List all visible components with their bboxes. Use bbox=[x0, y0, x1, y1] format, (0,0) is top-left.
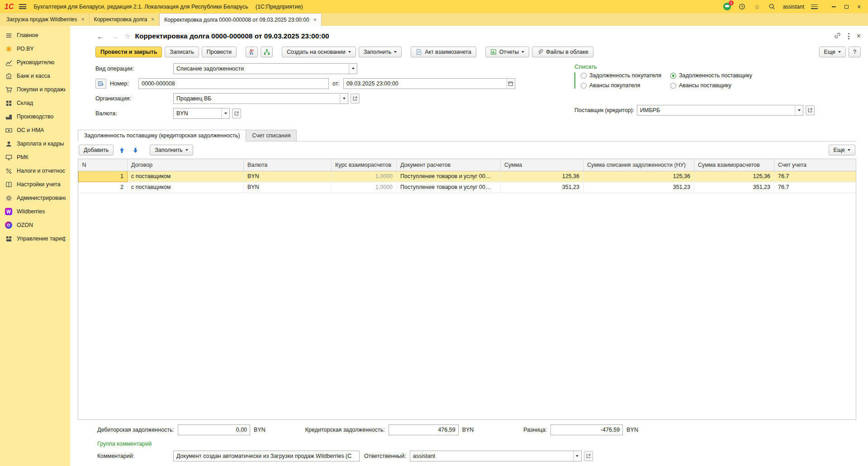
sidebar-item-salary-hr[interactable]: Зарплата и кадры bbox=[0, 137, 70, 151]
show-postings-button[interactable]: ДтКт bbox=[246, 47, 258, 57]
dropdown-button[interactable] bbox=[795, 105, 803, 115]
sidebar-item-accounting-settings[interactable]: Настройки учета bbox=[0, 178, 70, 191]
col-amount-mutual[interactable]: Сумма взаиморасчетов bbox=[694, 159, 774, 171]
col-account[interactable]: Счет учета bbox=[774, 159, 857, 171]
save-button[interactable]: Записать bbox=[165, 47, 199, 57]
responsible-input[interactable] bbox=[410, 451, 573, 461]
cell-currency[interactable]: BYN bbox=[244, 182, 332, 193]
sidebar-item-ozon[interactable]: OOZON bbox=[0, 218, 70, 232]
fill-button[interactable]: Заполнить bbox=[359, 47, 402, 57]
col-n[interactable]: N bbox=[79, 159, 128, 171]
cell-n[interactable]: 1 bbox=[79, 171, 128, 182]
col-amount[interactable]: Сумма bbox=[501, 159, 583, 171]
edit-number-button[interactable] bbox=[95, 79, 106, 89]
open-currency-button[interactable] bbox=[232, 108, 241, 118]
post-button[interactable]: Провести bbox=[202, 47, 237, 57]
move-row-up-button[interactable] bbox=[116, 145, 127, 155]
cell-contract[interactable]: с поставщиком bbox=[128, 182, 244, 193]
tab-supplier-debt[interactable]: Задолженность поставщику (кредиторская з… bbox=[78, 130, 246, 141]
tab-debt-adjustment-document[interactable]: Корректировка долга 0000-000008 от 09.03… bbox=[159, 13, 321, 26]
sidebar-item-warehouse[interactable]: Склад bbox=[0, 96, 70, 110]
organization-input[interactable] bbox=[174, 94, 340, 104]
col-rate[interactable]: Курс взаиморасчетов bbox=[332, 159, 397, 171]
supplier-select[interactable] bbox=[637, 105, 803, 116]
table-row[interactable]: 1 с поставщиком BYN 1,0000 Поступление т… bbox=[79, 171, 857, 182]
cell-n[interactable]: 2 bbox=[79, 182, 128, 193]
tab-writeoff-account[interactable]: Счет списания bbox=[246, 130, 297, 141]
current-user[interactable]: assistant bbox=[783, 4, 804, 10]
sidebar-item-bank-cash[interactable]: Банк и касса bbox=[0, 69, 70, 83]
back-icon[interactable]: ← bbox=[95, 33, 105, 40]
create-based-on-button[interactable]: Создать на основании bbox=[282, 47, 356, 57]
user-menu-icon[interactable] bbox=[811, 5, 818, 9]
cell-account[interactable]: 76.7 bbox=[774, 171, 857, 182]
responsible-select[interactable] bbox=[410, 451, 582, 461]
dropdown-button[interactable] bbox=[340, 94, 348, 104]
number-input[interactable] bbox=[138, 78, 329, 89]
table-row[interactable]: 2 с поставщиком BYN 1,0000 Поступление т… bbox=[79, 182, 857, 193]
sidebar-item-taxes-reports[interactable]: Налоги и отчетность bbox=[0, 164, 70, 178]
open-responsible-button[interactable] bbox=[584, 451, 593, 461]
discussions-icon[interactable]: 1 bbox=[723, 3, 731, 11]
cell-amount[interactable]: 125,36 bbox=[501, 171, 583, 182]
open-organization-button[interactable] bbox=[351, 94, 360, 104]
maximize-button[interactable] bbox=[840, 1, 853, 12]
post-and-close-button[interactable]: Провести и закрыть bbox=[95, 47, 162, 57]
sidebar-item-po-by[interactable]: РО.BY bbox=[0, 42, 70, 56]
reports-button[interactable]: Отчеты bbox=[485, 47, 529, 57]
payable-input[interactable] bbox=[389, 424, 459, 435]
cell-amount-nu[interactable]: 125,36 bbox=[583, 171, 694, 182]
cell-currency[interactable]: BYN bbox=[244, 171, 332, 182]
window-close-button[interactable]: × bbox=[853, 1, 865, 12]
cell-doc[interactable]: Поступление товаров и услуг 00… bbox=[397, 171, 501, 182]
dropdown-button[interactable] bbox=[573, 451, 581, 461]
cell-doc[interactable]: Поступление товаров и услуг 00… bbox=[397, 182, 501, 193]
tab-close-icon[interactable]: × bbox=[151, 16, 154, 23]
tab-close-icon[interactable]: × bbox=[313, 17, 317, 23]
tab-debt-adjustment-list[interactable]: Корректировка долга × bbox=[90, 13, 160, 26]
favorites-star-icon[interactable]: ☆ bbox=[753, 3, 761, 11]
cloud-files-button[interactable]: Файлы в облаке bbox=[532, 47, 593, 57]
difference-input[interactable] bbox=[550, 424, 623, 435]
grid-fill-button[interactable]: Заполнить bbox=[150, 145, 193, 155]
sidebar-item-main[interactable]: Главное bbox=[0, 28, 70, 42]
currency-select[interactable] bbox=[173, 108, 230, 119]
cell-account[interactable]: 76.7 bbox=[774, 182, 857, 193]
grid-more-button[interactable]: Еще bbox=[829, 145, 855, 155]
help-button[interactable]: ? bbox=[849, 47, 861, 57]
sidebar-item-wildberries[interactable]: WWildberries bbox=[0, 205, 70, 218]
cell-rate[interactable]: 1,0000 bbox=[332, 171, 397, 182]
date-input[interactable] bbox=[344, 79, 507, 89]
more-button[interactable]: Еще bbox=[819, 47, 846, 57]
radio-customer-advances[interactable]: Авансы покупателя bbox=[581, 82, 670, 89]
open-supplier-button[interactable] bbox=[806, 105, 815, 115]
supplier-input[interactable] bbox=[637, 105, 795, 115]
col-amount-nu[interactable]: Сумма списания задолженности (НУ) bbox=[583, 159, 694, 171]
document-structure-button[interactable] bbox=[261, 47, 273, 57]
cell-amount-nu[interactable]: 351,23 bbox=[583, 182, 694, 193]
sidebar-item-production[interactable]: Производство bbox=[0, 110, 70, 123]
sidebar-item-tariff-management[interactable]: Управление тарифом bbox=[0, 232, 70, 245]
tab-wildberries-upload[interactable]: Загрузка продаж Wildberries × bbox=[2, 13, 90, 26]
kebab-menu-icon[interactable] bbox=[848, 33, 849, 39]
form-close-icon[interactable]: × bbox=[857, 33, 861, 40]
date-field[interactable] bbox=[343, 78, 515, 89]
cell-contract[interactable]: с поставщиком bbox=[128, 171, 244, 182]
tab-close-icon[interactable]: × bbox=[81, 16, 85, 23]
main-menu-icon[interactable] bbox=[19, 4, 26, 9]
col-currency[interactable]: Валюта bbox=[244, 159, 332, 171]
calendar-icon[interactable] bbox=[507, 79, 515, 89]
cell-amount[interactable]: 351,23 bbox=[501, 182, 583, 193]
search-icon[interactable] bbox=[768, 3, 776, 11]
receivable-input[interactable] bbox=[178, 424, 250, 435]
add-row-button[interactable]: Добавить bbox=[79, 145, 114, 155]
col-doc[interactable]: Документ расчетов bbox=[397, 159, 501, 171]
comment-input[interactable] bbox=[173, 451, 360, 461]
radio-supplier-debt[interactable]: Задолженность поставщику bbox=[670, 72, 752, 79]
comment-group-link[interactable]: Группа комментарий bbox=[70, 437, 868, 448]
dropdown-button[interactable] bbox=[221, 108, 229, 118]
col-contract[interactable]: Договор bbox=[128, 159, 244, 171]
cell-amount-mutual[interactable]: 351,23 bbox=[694, 182, 774, 193]
sidebar-item-administration[interactable]: Администрирование bbox=[0, 191, 70, 205]
radio-supplier-advances[interactable]: Авансы поставщику bbox=[670, 82, 752, 89]
